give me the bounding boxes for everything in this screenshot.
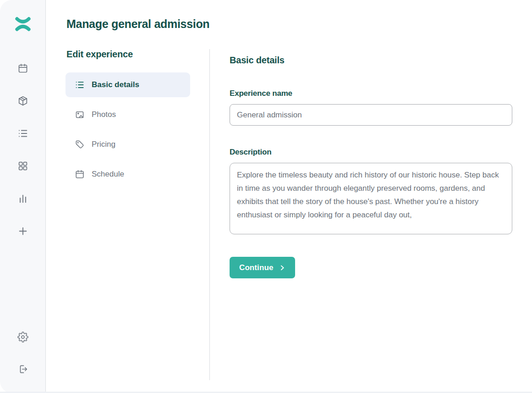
calendar-icon (17, 63, 28, 74)
icon-sidebar (0, 0, 46, 393)
content-row: Edit experience Basic details (66, 49, 512, 380)
experience-name-input[interactable] (230, 104, 512, 126)
sidebar-nav (17, 63, 28, 237)
page-title: Manage general admission (66, 17, 512, 31)
form-title: Basic details (230, 55, 512, 66)
package-icon (17, 95, 28, 106)
sidebar-item-settings[interactable] (17, 332, 28, 343)
description-textarea[interactable]: Explore the timeless beauty and rich his… (230, 163, 512, 234)
vertical-divider (209, 49, 210, 380)
subnav-item-label: Photos (92, 110, 116, 119)
sidebar-item-dashboard[interactable] (17, 161, 28, 172)
app-container: Manage general admission Edit experience (0, 0, 532, 393)
experience-name-field-group: Experience name (230, 89, 512, 126)
subnav-title: Edit experience (66, 49, 209, 60)
subnav-item-label: Schedule (92, 170, 124, 179)
xola-logo-icon (15, 17, 31, 32)
grid-icon (17, 161, 28, 172)
edit-experience-panel: Edit experience Basic details (66, 49, 209, 380)
sidebar-item-reports[interactable] (17, 193, 28, 204)
experience-name-label: Experience name (230, 89, 512, 98)
basic-details-form: Basic details Experience name Descriptio… (230, 49, 512, 380)
chevron-right-icon (279, 265, 285, 271)
sidebar-item-list[interactable] (17, 128, 28, 139)
sidebar-item-logout[interactable] (17, 364, 28, 375)
sidebar-bottom (17, 332, 28, 375)
main-content: Manage general admission Edit experience (46, 0, 532, 393)
list-icon (75, 80, 85, 90)
bar-chart-icon (17, 193, 28, 204)
subnav-item-label: Pricing (92, 140, 115, 149)
list-icon (17, 128, 28, 139)
sidebar-item-add[interactable] (17, 226, 28, 237)
continue-button-label: Continue (239, 263, 273, 272)
subnav-item-schedule[interactable]: Schedule (66, 162, 190, 187)
xola-logo[interactable] (15, 17, 31, 33)
settings-gear-icon (17, 332, 28, 343)
subnav-item-label: Basic details (92, 80, 139, 89)
sidebar-item-products[interactable] (17, 95, 28, 106)
subnav-item-basic-details[interactable]: Basic details (66, 72, 190, 97)
calendar-icon (75, 169, 85, 179)
subnav-list: Basic details Photos (66, 72, 209, 187)
subnav-item-photos[interactable]: Photos (66, 102, 190, 127)
tag-icon (75, 139, 85, 149)
subnav-item-pricing[interactable]: Pricing (66, 132, 190, 157)
sidebar-item-calendar[interactable] (17, 63, 28, 74)
description-label: Description (230, 148, 512, 157)
continue-button[interactable]: Continue (230, 257, 295, 278)
description-field-group: Description Explore the timeless beauty … (230, 148, 512, 236)
logout-icon (17, 364, 28, 375)
photo-icon (75, 110, 85, 120)
plus-icon (17, 226, 28, 237)
